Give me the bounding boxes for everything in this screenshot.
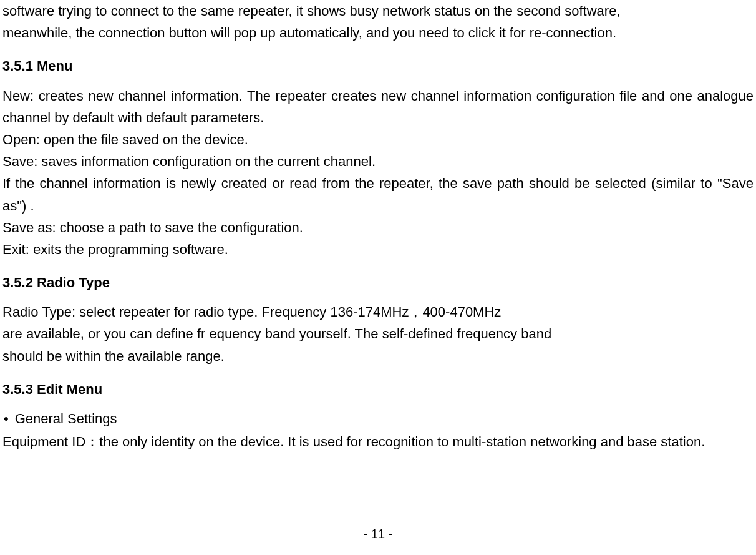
equipment-id-desc: Equipment ID：the only identity on the de…: [2, 431, 754, 453]
bullet-general-settings: • General Settings: [2, 408, 754, 430]
menu-exit: Exit: exits the programming software.: [2, 238, 754, 260]
heading-3-5-2: 3.5.2 Radio Type: [2, 272, 754, 293]
intro-line-2: meanwhile, the connection button will po…: [2, 22, 754, 44]
radio-type-line-2: are available, or you can define fr eque…: [2, 323, 754, 345]
radio-type-line-3: should be within the available range.: [2, 345, 754, 367]
menu-new: New: creates new channel information. Th…: [2, 85, 754, 129]
menu-save: Save: saves information configuration on…: [2, 150, 754, 172]
menu-save-note: If the channel information is newly crea…: [2, 172, 754, 216]
document-page: software trying to connect to the same r…: [0, 0, 756, 555]
menu-save-as: Save as: choose a path to save the confi…: [2, 217, 754, 238]
menu-open: Open: open the file saved on the device.: [2, 129, 754, 150]
bullet-general-settings-label: General Settings: [15, 408, 117, 430]
heading-3-5-1: 3.5.1 Menu: [2, 55, 754, 77]
page-number: - 11 -: [0, 524, 756, 544]
intro-line-1: software trying to connect to the same r…: [2, 0, 754, 22]
radio-type-line-1: Radio Type: select repeater for radio ty…: [2, 301, 754, 323]
heading-3-5-3: 3.5.3 Edit Menu: [2, 378, 754, 400]
bullet-dot-icon: •: [2, 408, 15, 430]
